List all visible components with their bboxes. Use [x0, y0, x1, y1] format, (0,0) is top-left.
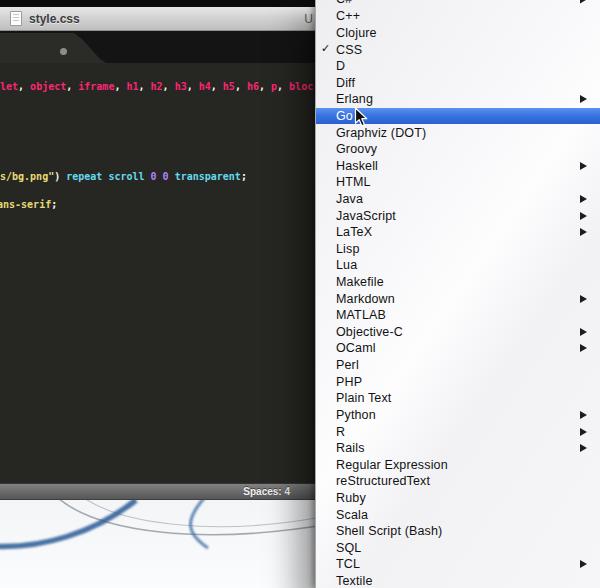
code-token: , — [187, 81, 199, 92]
menu-item-label: Haskell — [336, 159, 378, 173]
code-token: ) — [54, 171, 66, 182]
menu-item-markdown[interactable]: Markdown — [316, 290, 600, 307]
menu-item-c[interactable]: C# — [316, 0, 600, 8]
menu-item-css[interactable]: ✓CSS — [316, 41, 600, 58]
menu-item-label: C++ — [336, 9, 360, 23]
menu-item-label: reStructuredText — [336, 474, 430, 488]
menu-item-r[interactable]: R — [316, 423, 600, 440]
menu-item-ruby[interactable]: Ruby — [316, 490, 600, 507]
menu-item-d[interactable]: D — [316, 58, 600, 75]
code-token: ; — [241, 171, 247, 182]
submenu-arrow-icon — [580, 411, 587, 419]
status-bar: Spaces: 4 — [0, 483, 315, 500]
menu-item-perl[interactable]: Perl — [316, 357, 600, 374]
code-token: , — [277, 81, 289, 92]
code-token: h6 — [247, 81, 259, 92]
menu-item-haskell[interactable]: Haskell — [316, 157, 600, 174]
menu-item-lua[interactable]: Lua — [316, 257, 600, 274]
code-token: object — [30, 81, 66, 92]
syntax-context-menu: C#C++Clojure✓CSSDDiffErlangGoGraphviz (D… — [315, 0, 600, 588]
menu-item-clojure[interactable]: Clojure — [316, 25, 600, 42]
menu-item-label: Objective-C — [336, 325, 403, 339]
menu-item-groovy[interactable]: Groovy — [316, 141, 600, 158]
menu-item-regular-expression[interactable]: Regular Expression — [316, 456, 600, 473]
menu-item-restructuredtext[interactable]: reStructuredText — [316, 473, 600, 490]
code-token: iframe — [78, 81, 114, 92]
menu-item-python[interactable]: Python — [316, 407, 600, 424]
submenu-arrow-icon — [580, 428, 587, 436]
code-token: 0 0 — [151, 171, 169, 182]
menu-item-html[interactable]: HTML — [316, 174, 600, 191]
menu-item-erlang[interactable]: Erlang — [316, 91, 600, 108]
submenu-arrow-icon — [580, 560, 587, 568]
menu-item-ocaml[interactable]: OCaml — [316, 340, 600, 357]
submenu-arrow-icon — [580, 328, 587, 336]
screenshot-root: style.css U let, object, iframe, h1, h2,… — [0, 0, 600, 588]
editor-window: style.css U let, object, iframe, h1, h2,… — [0, 0, 315, 500]
code-token: , — [259, 81, 271, 92]
code-line: s/bg.png") repeat scroll 0 0 transparent… — [0, 171, 247, 183]
code-token: , — [235, 81, 247, 92]
checkmark-icon: ✓ — [321, 42, 330, 55]
menu-item-label: JavaScript — [336, 209, 396, 223]
code-editor-area[interactable]: let, object, iframe, h1, h2, h3, h4, h5,… — [0, 63, 315, 483]
menu-item-shell-script-bash[interactable]: Shell Script (Bash) — [316, 523, 600, 540]
menu-item-label: Lisp — [336, 242, 360, 256]
menu-item-php[interactable]: PHP — [316, 373, 600, 390]
code-token: , — [211, 81, 223, 92]
window-titlebar[interactable]: style.css U — [0, 7, 315, 31]
code-token: , — [114, 81, 126, 92]
code-token: h2 — [151, 81, 163, 92]
menu-item-label: TCL — [336, 557, 360, 571]
menu-item-lisp[interactable]: Lisp — [316, 241, 600, 258]
menu-item-label: HTML — [336, 175, 371, 189]
submenu-arrow-icon — [580, 162, 587, 170]
menu-item-javascript[interactable]: JavaScript — [316, 207, 600, 224]
menu-item-label: MATLAB — [336, 308, 386, 322]
document-icon — [10, 11, 22, 26]
code-token: ; — [51, 199, 57, 210]
menu-item-c[interactable]: C++ — [316, 8, 600, 25]
menu-item-textile[interactable]: Textile — [316, 573, 600, 588]
menu-item-makefile[interactable]: Makefile — [316, 274, 600, 291]
menu-item-label: LaTeX — [336, 225, 372, 239]
menu-item-latex[interactable]: LaTeX — [316, 224, 600, 241]
titlebar-partial-text: U — [304, 7, 313, 31]
menu-item-label: Diff — [336, 76, 355, 90]
menu-item-label: C# — [336, 0, 352, 7]
indentation-status[interactable]: Spaces: 4 — [243, 484, 290, 500]
menu-item-rails[interactable]: Rails — [316, 440, 600, 457]
menu-item-label: Makefile — [336, 275, 384, 289]
menu-item-matlab[interactable]: MATLAB — [316, 307, 600, 324]
menu-item-label: Graphviz (DOT) — [336, 126, 426, 140]
code-line: let, object, iframe, h1, h2, h3, h4, h5,… — [0, 81, 313, 93]
menu-item-label: Lua — [336, 258, 357, 272]
submenu-arrow-icon — [580, 0, 587, 4]
menu-item-label: Shell Script (Bash) — [336, 524, 442, 538]
menu-item-label: D — [336, 59, 345, 73]
menu-item-scala[interactable]: Scala — [316, 506, 600, 523]
menu-item-partial-clip: C# — [316, 0, 600, 8]
code-token: , — [163, 81, 175, 92]
menu-item-label: Erlang — [336, 92, 373, 106]
menu-item-tcl[interactable]: TCL — [316, 556, 600, 573]
tab-style-css[interactable] — [0, 33, 106, 63]
menu-item-label: Go — [336, 109, 353, 123]
menu-item-label: Textile — [336, 574, 372, 588]
menu-item-label: Scala — [336, 508, 368, 522]
menu-item-sql[interactable]: SQL — [316, 540, 600, 557]
menu-item-label: CSS — [336, 43, 362, 57]
menu-item-label: Markdown — [336, 292, 395, 306]
menu-item-label: Python — [336, 408, 376, 422]
menu-item-java[interactable]: Java — [316, 191, 600, 208]
menu-item-label: Plain Text — [336, 391, 391, 405]
menu-item-label: Java — [336, 192, 363, 206]
code-token: ans-serif — [0, 199, 51, 210]
menu-item-label: PHP — [336, 375, 362, 389]
menu-item-plain-text[interactable]: Plain Text — [316, 390, 600, 407]
menu-item-diff[interactable]: Diff — [316, 74, 600, 91]
submenu-arrow-icon — [580, 95, 587, 103]
menu-item-objective-c[interactable]: Objective-C — [316, 324, 600, 341]
menu-item-label: Rails — [336, 441, 365, 455]
code-token: , — [66, 81, 78, 92]
